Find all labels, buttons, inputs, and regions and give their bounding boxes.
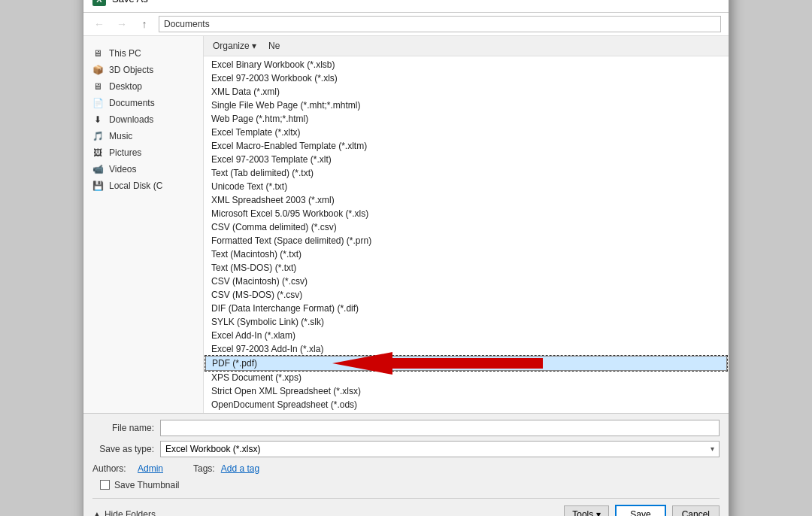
save-as-dialog: X Save As ← → ↑ Documents 🖥 This PC [83, 0, 729, 516]
file-type-item[interactable]: Excel 97-2003 Add-In (*.xla) [205, 342, 727, 356]
file-list-wrapper: Excel Binary Workbook (*.xlsb)Excel 97-2… [205, 58, 727, 411]
thumbnail-row: Save Thumbnail [92, 480, 720, 490]
file-type-item[interactable]: Excel Binary Workbook (*.xlsb) [205, 58, 727, 71]
sidebar-item-downloads[interactable]: ⬇ Downloads [83, 111, 203, 128]
sidebar-item-music[interactable]: 🎵 Music [83, 128, 203, 144]
tools-dropdown-arrow: ▾ [596, 509, 601, 517]
organize-button[interactable]: Organize ▾ [210, 39, 259, 53]
sidebar-item-pictures[interactable]: 🖼 Pictures [83, 144, 203, 161]
file-type-item[interactable]: Excel Macro-Enabled Template (*.xltm) [205, 139, 727, 153]
sidebar-item-desktop[interactable]: 🖥 Desktop [83, 78, 203, 95]
thumbnail-checkbox[interactable] [100, 480, 110, 490]
file-type-item[interactable]: CSV (Macintosh) (*.csv) [205, 275, 727, 288]
location-bar[interactable]: Documents [159, 16, 721, 32]
file-type-item[interactable]: CSV (MS-DOS) (*.csv) [205, 288, 727, 302]
forward-button[interactable]: → [114, 16, 130, 32]
filetype-select[interactable]: Excel Workbook (*.xlsx) ▾ [160, 441, 720, 457]
pc-icon: 🖥 [91, 48, 105, 59]
hide-folders-button[interactable]: ▲ Hide Folders [92, 509, 156, 517]
authors-label: Authors: [92, 463, 138, 474]
organize-bar: Organize ▾ Ne [204, 36, 729, 56]
sidebar-item-this-pc[interactable]: 🖥 This PC [83, 45, 203, 62]
file-type-item[interactable]: Excel 97-2003 Template (*.xlt) [205, 153, 727, 166]
navigation-toolbar: ← → ↑ Documents [83, 13, 729, 36]
filename-input[interactable] [160, 420, 720, 436]
music-icon: 🎵 [91, 131, 105, 141]
downloads-icon: ⬇ [91, 114, 105, 125]
pdf-file-type-item[interactable]: PDF (*.pdf) [205, 356, 727, 371]
cancel-button[interactable]: Cancel [672, 505, 720, 517]
excel-icon: X [92, 0, 106, 6]
file-type-item[interactable]: Text (MS-DOS) (*.txt) [205, 261, 727, 275]
file-type-item[interactable]: Strict Open XML Spreadsheet (*.xlsx) [205, 384, 727, 398]
filetype-dropdown-arrow: ▾ [710, 445, 714, 453]
disk-icon: 💾 [91, 181, 105, 191]
sidebar-item-videos[interactable]: 📹 Videos [83, 161, 203, 178]
file-type-item[interactable]: Text (Tab delimited) (*.txt) [205, 166, 727, 180]
file-type-item[interactable]: Excel 97-2003 Workbook (*.xls) [205, 71, 727, 85]
filetype-row: Save as type: Excel Workbook (*.xlsx) ▾ [92, 441, 720, 457]
file-type-item[interactable]: Microsoft Excel 5.0/95 Workbook (*.xls) [205, 207, 727, 220]
file-type-item[interactable]: Text (Macintosh) (*.txt) [205, 247, 727, 261]
thumbnail-label: Save Thumbnail [114, 480, 180, 490]
sidebar-item-local-disk[interactable]: 💾 Local Disk (C [83, 178, 203, 194]
bottom-section: File name: Save as type: Excel Workbook … [83, 413, 729, 517]
button-row: ▲ Hide Folders Tools ▾ Save Cancel [92, 498, 720, 517]
file-type-item[interactable]: SYLK (Symbolic Link) (*.slk) [205, 315, 727, 329]
3d-objects-icon: 📦 [91, 65, 105, 75]
pictures-icon: 🖼 [91, 147, 105, 158]
filetype-value: Excel Workbook (*.xlsx) [165, 444, 260, 454]
tags-value[interactable]: Add a tag [221, 463, 259, 474]
file-type-item[interactable]: DIF (Data Interchange Format) (*.dif) [205, 302, 727, 315]
file-type-item[interactable]: Excel Template (*.xltx) [205, 126, 727, 139]
videos-icon: 📹 [91, 164, 105, 175]
file-type-item[interactable]: CSV (Comma delimited) (*.csv) [205, 220, 727, 234]
save-button[interactable]: Save [615, 505, 665, 517]
back-button[interactable]: ← [91, 16, 108, 32]
filetype-label: Save as type: [92, 444, 160, 454]
file-type-list: Excel Binary Workbook (*.xlsb)Excel 97-2… [205, 58, 727, 411]
documents-icon: 📄 [91, 98, 105, 108]
desktop-icon: 🖥 [91, 81, 105, 92]
authors-value[interactable]: Admin [138, 463, 163, 474]
tags-label: Tags: [193, 463, 215, 474]
file-type-item[interactable]: Single File Web Page (*.mht;*.mhtml) [205, 99, 727, 112]
file-type-item[interactable]: XML Data (*.xml) [205, 85, 727, 99]
sidebar-item-documents[interactable]: 📄 Documents [83, 95, 203, 111]
file-type-item[interactable]: XPS Document (*.xps) [205, 371, 727, 384]
sidebar-section: 🖥 This PC 📦 3D Objects 🖥 Desktop 📄 Docum… [83, 42, 203, 197]
file-type-item[interactable]: Formatted Text (Space delimited) (*.prn) [205, 234, 727, 247]
authors-row: Authors: Admin Tags: Add a tag [92, 463, 720, 474]
filename-row: File name: [92, 420, 720, 436]
file-type-item[interactable]: XML Spreadsheet 2003 (*.xml) [205, 193, 727, 207]
hide-folders-chevron-icon: ▲ [92, 509, 102, 517]
file-type-item[interactable]: Excel Add-In (*.xlam) [205, 329, 727, 342]
file-type-item[interactable]: Web Page (*.htm;*.html) [205, 112, 727, 126]
filename-label: File name: [92, 423, 160, 433]
sidebar-item-3d-objects[interactable]: 📦 3D Objects [83, 62, 203, 78]
file-type-item[interactable]: OpenDocument Spreadsheet (*.ods) [205, 398, 727, 411]
dialog-title: Save As [112, 0, 148, 5]
main-area: 🖥 This PC 📦 3D Objects 🖥 Desktop 📄 Docum… [83, 36, 729, 413]
file-list-container[interactable]: Excel Binary Workbook (*.xlsb)Excel 97-2… [204, 56, 729, 413]
new-folder-button[interactable]: Ne [265, 39, 283, 53]
title-bar: X Save As [83, 0, 729, 13]
sidebar: 🖥 This PC 📦 3D Objects 🖥 Desktop 📄 Docum… [83, 36, 204, 413]
up-button[interactable]: ↑ [136, 16, 153, 32]
content-area: Organize ▾ Ne Excel Binary Workbook (*.x… [204, 36, 729, 413]
file-type-item[interactable]: Unicode Text (*.txt) [205, 180, 727, 193]
tools-button[interactable]: Tools ▾ [564, 505, 609, 517]
